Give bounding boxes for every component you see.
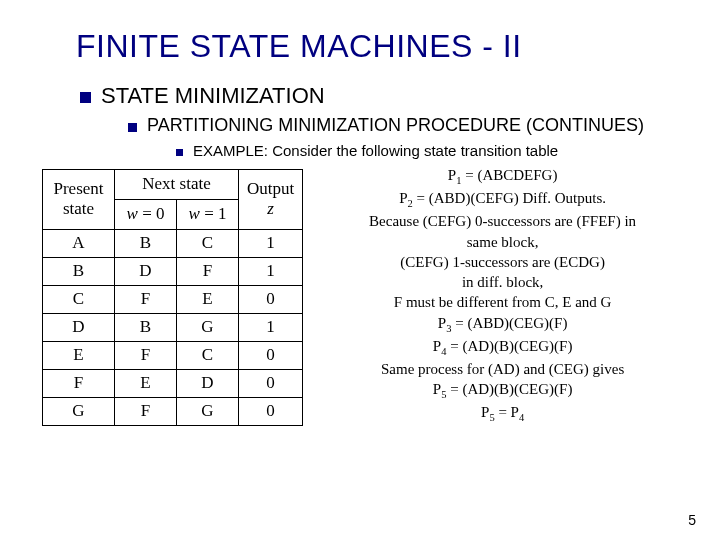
- table-row: DBG1: [43, 313, 303, 341]
- square-bullet-icon: [128, 123, 137, 132]
- cell-z: 1: [239, 257, 303, 285]
- cell-z: 0: [239, 285, 303, 313]
- level-2-text: PARTITIONING MINIMIZATION PROCEDURE (CON…: [147, 115, 644, 136]
- cell-z: 1: [239, 313, 303, 341]
- note-line: Because (CEFG) 0-successors are (FFEF) i…: [321, 211, 684, 231]
- note-line: F must be different from C, E and G: [321, 292, 684, 312]
- note-line: (CEFG) 1-successors are (ECDG): [321, 252, 684, 272]
- square-bullet-icon: [80, 92, 91, 103]
- state-transition-table: Present state Next state Output z w = 0 …: [42, 169, 303, 426]
- output-var: z: [267, 199, 274, 218]
- table-row: FED0: [43, 369, 303, 397]
- cell-w1: E: [177, 285, 239, 313]
- note-line: P5 = P4: [321, 402, 684, 425]
- table-row: BDF1: [43, 257, 303, 285]
- note-line: same block,: [321, 232, 684, 252]
- w-eq: = 0: [138, 204, 165, 223]
- output-label: Output: [247, 179, 294, 198]
- note-line: P5 = (AD)(B)(CEG)(F): [321, 379, 684, 402]
- page-number: 5: [688, 512, 696, 528]
- col-next-state: Next state: [115, 170, 239, 200]
- bullet-level-1: STATE MINIMIZATION: [80, 83, 684, 109]
- w-var: w: [189, 204, 200, 223]
- derivation-notes: P1 = (ABCDEFG) P2 = (ABD)(CEFG) Diff. Ou…: [321, 165, 684, 426]
- cell-ps: C: [43, 285, 115, 313]
- cell-ps: G: [43, 397, 115, 425]
- table-row: ABC1: [43, 229, 303, 257]
- cell-w1: D: [177, 369, 239, 397]
- cell-ps: D: [43, 313, 115, 341]
- bullet-level-3: EXAMPLE: Consider the following state tr…: [176, 142, 684, 159]
- note-line: in diff. block,: [321, 272, 684, 292]
- col-w1: w = 1: [177, 199, 239, 229]
- table-header-row: Present state Next state Output z: [43, 170, 303, 200]
- cell-z: 1: [239, 229, 303, 257]
- cell-ps: F: [43, 369, 115, 397]
- table-row: EFC0: [43, 341, 303, 369]
- cell-z: 0: [239, 341, 303, 369]
- cell-w0: F: [115, 341, 177, 369]
- cell-w0: F: [115, 285, 177, 313]
- cell-ps: A: [43, 229, 115, 257]
- cell-w1: C: [177, 229, 239, 257]
- cell-ps: B: [43, 257, 115, 285]
- square-bullet-icon: [176, 149, 183, 156]
- col-present-state: Present state: [43, 170, 115, 230]
- table-row: CFE0: [43, 285, 303, 313]
- note-line: P2 = (ABD)(CEFG) Diff. Outputs.: [321, 188, 684, 211]
- table-row: GFG0: [43, 397, 303, 425]
- note-line: Same process for (AD) and (CEG) gives: [321, 359, 684, 379]
- cell-w0: F: [115, 397, 177, 425]
- cell-w0: B: [115, 229, 177, 257]
- cell-w1: F: [177, 257, 239, 285]
- cell-w1: G: [177, 313, 239, 341]
- cell-w1: G: [177, 397, 239, 425]
- cell-w0: D: [115, 257, 177, 285]
- cell-z: 0: [239, 369, 303, 397]
- note-line: P3 = (ABD)(CEG)(F): [321, 313, 684, 336]
- cell-z: 0: [239, 397, 303, 425]
- slide-title: FINITE STATE MACHINES - II: [76, 28, 684, 65]
- note-line: P1 = (ABCDEFG): [321, 165, 684, 188]
- level-3-text: EXAMPLE: Consider the following state tr…: [193, 142, 558, 159]
- level-1-text: STATE MINIMIZATION: [101, 83, 325, 109]
- w-var: w: [127, 204, 138, 223]
- w-eq: = 1: [200, 204, 227, 223]
- note-line: P4 = (AD)(B)(CEG)(F): [321, 336, 684, 359]
- col-w0: w = 0: [115, 199, 177, 229]
- content-row: Present state Next state Output z w = 0 …: [42, 169, 684, 426]
- cell-w0: B: [115, 313, 177, 341]
- cell-w0: E: [115, 369, 177, 397]
- cell-w1: C: [177, 341, 239, 369]
- bullet-level-2: PARTITIONING MINIMIZATION PROCEDURE (CON…: [128, 115, 684, 136]
- col-output: Output z: [239, 170, 303, 230]
- cell-ps: E: [43, 341, 115, 369]
